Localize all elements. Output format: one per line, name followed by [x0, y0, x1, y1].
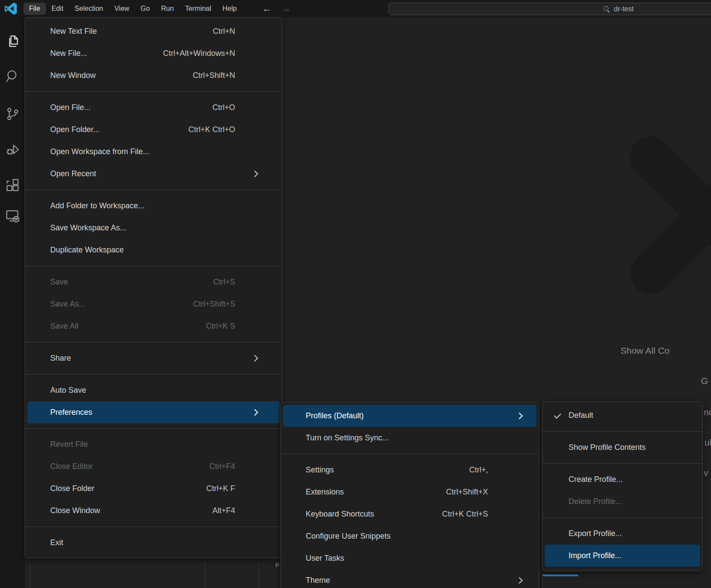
menu-separator: [543, 463, 702, 464]
menu-item-close-editor: Close Editor Ctrl+F4: [27, 456, 280, 478]
watermark-hint-fragment-1: nc: [704, 407, 711, 417]
menu-item-open-file[interactable]: Open File... Ctrl+O: [27, 97, 280, 119]
search-icon[interactable]: [5, 68, 20, 84]
menu-item-profiles-default[interactable]: Profiles (Default): [283, 405, 536, 427]
menu-item-extensions[interactable]: Extensions Ctrl+Shift+X: [283, 481, 536, 503]
menu-item-user-tasks[interactable]: User Tasks: [283, 547, 536, 569]
background-panel-edge-1: [29, 563, 30, 588]
menubar-go[interactable]: Go: [135, 3, 155, 15]
menubar-run[interactable]: Run: [155, 3, 179, 15]
profiles-submenu: Default Show Profile Contents Create Pro…: [542, 401, 703, 571]
menu-item-open-recent[interactable]: Open Recent: [27, 163, 280, 185]
menu-item-show-profile-contents[interactable]: Show Profile Contents: [545, 436, 700, 459]
menu-item-auto-save[interactable]: Auto Save: [27, 379, 280, 401]
watermark-hint-fragment-3: v: [704, 468, 708, 478]
preferences-submenu: Profiles (Default) Turn on Settings Sync…: [281, 402, 539, 588]
menu-separator: [281, 454, 538, 454]
command-center-title: dr-test: [614, 5, 633, 13]
menu-bar: File Edit Selection View Go Run Terminal…: [23, 0, 242, 17]
menu-item-settings[interactable]: Settings Ctrl+,: [283, 459, 536, 481]
background-text-fragment-p: P: [275, 562, 279, 569]
menu-item-close-folder[interactable]: Close Folder Ctrl+K F: [27, 478, 280, 500]
run-debug-icon[interactable]: [5, 142, 20, 158]
back-arrow-icon[interactable]: ←: [262, 3, 272, 14]
menu-item-delete-profile: Delete Profile...: [545, 491, 700, 513]
submenu-chevron-icon: [252, 171, 259, 178]
menu-separator: [26, 266, 281, 266]
menu-separator: [26, 342, 281, 342]
file-menu: New Text File Ctrl+N New File... Ctrl+Al…: [25, 17, 282, 558]
menu-item-new-text-file[interactable]: New Text File Ctrl+N: [27, 20, 280, 42]
menu-item-exit[interactable]: Exit: [27, 532, 280, 554]
forward-arrow-icon: →: [281, 3, 291, 14]
menubar-edit[interactable]: Edit: [46, 3, 69, 15]
submenu-chevron-icon: [252, 355, 259, 362]
menu-item-save-workspace-as[interactable]: Save Workspace As...: [27, 217, 280, 239]
search-magnifier-icon: [603, 6, 610, 13]
extensions-icon[interactable]: [5, 178, 20, 193]
menu-item-default-profile[interactable]: Default: [545, 404, 700, 426]
menu-item-save-all: Save All Ctrl+K S: [27, 315, 280, 337]
menu-item-save-as: Save As... Ctrl+Shift+S: [27, 293, 280, 315]
menu-separator: [26, 91, 281, 92]
menu-separator: [26, 428, 281, 429]
menubar-selection[interactable]: Selection: [69, 3, 109, 15]
menubar-help[interactable]: Help: [217, 3, 242, 15]
background-blue-accent-line: [543, 575, 578, 576]
menu-item-create-profile[interactable]: Create Profile...: [545, 468, 700, 491]
menu-item-open-workspace-from-file[interactable]: Open Workspace from File...: [27, 141, 280, 163]
menu-item-import-profile[interactable]: Import Profile...: [545, 545, 700, 567]
command-center-search[interactable]: dr-test: [388, 3, 711, 15]
menubar-view[interactable]: View: [109, 3, 135, 15]
menu-item-new-file[interactable]: New File... Ctrl+Alt+Windows+N: [27, 42, 280, 65]
menu-separator: [26, 527, 281, 527]
title-bar: File Edit Selection View Go Run Terminal…: [0, 0, 711, 17]
menu-item-share[interactable]: Share: [27, 347, 280, 369]
menu-item-save: Save Ctrl+S: [27, 271, 280, 293]
menu-item-revert-file: Revert File: [27, 433, 280, 456]
menu-item-configure-user-snippets[interactable]: Configure User Snippets: [283, 525, 536, 547]
submenu-chevron-icon: [252, 409, 259, 416]
watermark-hint-go-to-file: G: [701, 376, 708, 386]
menu-item-export-profile[interactable]: Export Profile...: [545, 523, 700, 545]
menu-item-add-folder-to-workspace[interactable]: Add Folder to Workspace...: [27, 195, 280, 217]
background-panel-edge-2: [205, 563, 205, 588]
vscode-logo-icon: [4, 2, 17, 15]
explorer-icon[interactable]: [5, 33, 20, 49]
menu-separator: [26, 190, 281, 190]
menu-item-theme[interactable]: Theme: [283, 569, 536, 588]
source-control-icon[interactable]: [5, 106, 20, 122]
remote-explorer-icon[interactable]: [5, 208, 20, 223]
submenu-chevron-icon: [516, 413, 523, 420]
activity-bar: [0, 17, 25, 588]
menu-item-close-window[interactable]: Close Window Alt+F4: [27, 500, 280, 522]
background-panel-edge-3: [259, 563, 259, 588]
watermark-hint-show-all-commands: Show All Co: [621, 346, 669, 356]
submenu-chevron-icon: [516, 577, 523, 584]
menu-item-duplicate-workspace[interactable]: Duplicate Workspace: [27, 239, 280, 261]
menu-item-keyboard-shortcuts[interactable]: Keyboard Shortcuts Ctrl+K Ctrl+S: [283, 503, 536, 525]
background-panel-edge-4: [543, 576, 543, 588]
menu-separator: [543, 517, 702, 518]
menu-item-new-window[interactable]: New Window Ctrl+Shift+N: [27, 65, 280, 87]
menubar-file[interactable]: File: [23, 3, 46, 15]
watermark-hint-fragment-2: ul: [705, 437, 711, 448]
menu-separator: [26, 374, 281, 375]
menu-item-turn-on-settings-sync[interactable]: Turn on Settings Sync...: [283, 427, 536, 449]
menu-item-preferences[interactable]: Preferences: [27, 401, 280, 423]
menu-item-open-folder[interactable]: Open Folder... Ctrl+K Ctrl+O: [27, 119, 280, 141]
menu-separator: [543, 431, 702, 432]
menubar-terminal[interactable]: Terminal: [179, 3, 217, 15]
